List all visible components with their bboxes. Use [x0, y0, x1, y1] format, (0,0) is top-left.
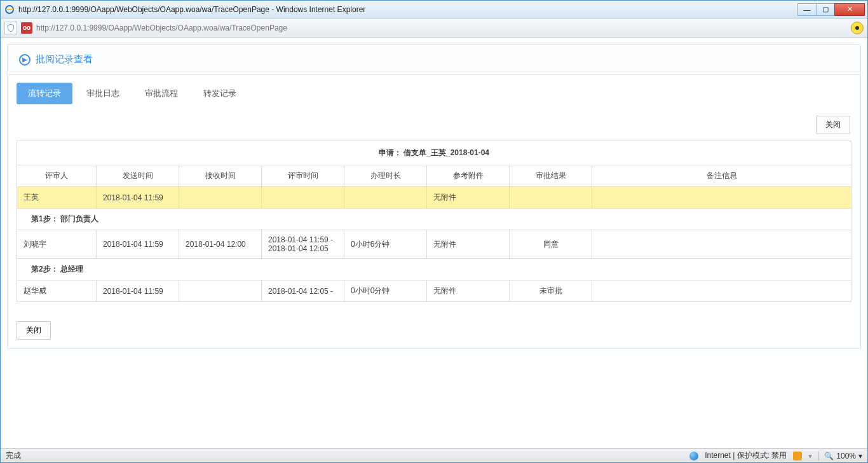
cell: [344, 187, 427, 209]
col-review-time: 评审时间: [262, 165, 344, 187]
actions-top: 关闭: [8, 111, 860, 141]
actions-bottom: 关闭: [8, 312, 860, 349]
favicon-icon: oo: [21, 22, 32, 34]
svg-point-1: [855, 26, 859, 30]
cell: 2018-01-04 11:59: [97, 280, 179, 302]
trace-table: 申请： 借支单_王英_2018-01-04 评审人 发送时间 接收时间 评审时间…: [17, 141, 851, 302]
step-label: 第2步： 总经理: [17, 259, 851, 280]
table-title: 申请： 借支单_王英_2018-01-04: [17, 141, 851, 165]
address-bar: oo http://127.0.0.1:9999/OAapp/WebObject…: [1, 18, 867, 38]
table-step-row: 第1步： 部门负责人: [17, 209, 851, 230]
titlebar: http://127.0.0.1:9999/OAapp/WebObjects/O…: [1, 1, 867, 18]
cell: [179, 187, 262, 209]
tab-bar: 流转记录 审批日志 审批流程 转发记录: [8, 75, 860, 111]
zoom-control[interactable]: 🔍 100% ▾: [818, 452, 862, 460]
cell: 无附件: [427, 230, 510, 259]
cell: [592, 280, 851, 302]
cell: 0小时0分钟: [344, 280, 427, 302]
tab-forward-record[interactable]: 转发记录: [192, 83, 248, 104]
page-title: 批阅记录查看: [36, 53, 93, 66]
minimize-button[interactable]: —: [797, 3, 817, 16]
status-right: Internet | 保护模式: 禁用 ▾ 🔍 100% ▾: [689, 450, 862, 461]
zoom-icon: 🔍: [824, 452, 834, 460]
protected-mode-icon[interactable]: [793, 452, 802, 460]
cell: 2018-01-04 11:59: [97, 230, 179, 259]
col-attachment: 参考附件: [427, 165, 510, 187]
col-duration: 办理时长: [344, 165, 427, 187]
cell: 无附件: [427, 280, 510, 302]
table-row: 赵华威2018-01-04 11:592018-01-04 12:05 -0小时…: [17, 280, 851, 302]
cell: [179, 280, 262, 302]
shield-icon[interactable]: [4, 22, 17, 34]
tab-approval-flow[interactable]: 审批流程: [133, 83, 189, 104]
close-button-top[interactable]: 关闭: [816, 116, 850, 134]
table-row: 王英2018-01-04 11:59无附件: [17, 187, 851, 209]
window-title: http://127.0.0.1:9999/OAapp/WebObjects/O…: [18, 5, 798, 14]
cell: 2018-01-04 11:59 - 2018-01-04 12:05: [262, 230, 344, 259]
cell: [510, 187, 592, 209]
cell: 王英: [17, 187, 97, 209]
table-body: 王英2018-01-04 11:59无附件第1步： 部门负责人刘晓宇2018-0…: [17, 187, 851, 302]
cell: [592, 187, 851, 209]
table-title-row: 申请： 借支单_王英_2018-01-04: [17, 141, 851, 165]
zoom-level: 100%: [836, 452, 856, 460]
close-button-bottom[interactable]: 关闭: [17, 321, 51, 340]
step-label: 第1步： 部门负责人: [17, 209, 851, 230]
col-remark: 备注信息: [592, 165, 851, 187]
cell: 同意: [510, 230, 592, 259]
close-window-button[interactable]: ✕: [834, 3, 865, 16]
separator: ▾: [808, 452, 812, 460]
cell: 未审批: [510, 280, 592, 302]
arrow-right-circle-icon: ▶: [19, 54, 31, 66]
col-result: 审批结果: [510, 165, 592, 187]
chevron-down-icon: ▾: [858, 452, 862, 460]
url-field[interactable]: http://127.0.0.1:9999/OAapp/WebObjects/O…: [36, 24, 851, 32]
cell: 2018-01-04 11:59: [97, 187, 179, 209]
security-zone: Internet | 保护模式: 禁用: [705, 450, 787, 461]
table-row: 刘晓宇2018-01-04 11:592018-01-04 12:002018-…: [17, 230, 851, 259]
cell: 刘晓宇: [17, 230, 97, 259]
tab-flow-record[interactable]: 流转记录: [17, 83, 72, 104]
globe-icon: [689, 452, 698, 460]
cell: 0小时6分钟: [344, 230, 427, 259]
cell: [592, 230, 851, 259]
addon-icon[interactable]: [851, 22, 864, 34]
cell: 2018-01-04 12:05 -: [262, 280, 344, 302]
col-reviewer: 评审人: [17, 165, 97, 187]
tab-approval-log[interactable]: 审批日志: [75, 83, 131, 104]
page-content: ▶ 批阅记录查看 流转记录 审批日志 审批流程 转发记录 关闭 申请： 借支单_…: [1, 38, 867, 448]
browser-window: http://127.0.0.1:9999/OAapp/WebObjects/O…: [0, 0, 868, 463]
col-receive-time: 接收时间: [179, 165, 262, 187]
cell: 赵华威: [17, 280, 97, 302]
table-header-row: 评审人 发送时间 接收时间 评审时间 办理时长 参考附件 审批结果 备注信息: [17, 165, 851, 187]
status-text: 完成: [6, 450, 689, 461]
table-step-row: 第2步： 总经理: [17, 259, 851, 280]
col-send-time: 发送时间: [97, 165, 179, 187]
cell: 2018-01-04 12:00: [179, 230, 262, 259]
panel-body: 流转记录 审批日志 审批流程 转发记录 关闭 申请： 借支单_王英_2018-0…: [7, 75, 861, 349]
window-controls: — ▢ ✕: [798, 3, 865, 16]
maximize-button[interactable]: ▢: [816, 3, 835, 16]
cell: [262, 187, 344, 209]
panel-header: ▶ 批阅记录查看: [7, 44, 861, 75]
ie-icon: [4, 4, 15, 15]
status-bar: 完成 Internet | 保护模式: 禁用 ▾ 🔍 100% ▾: [1, 448, 867, 462]
cell: 无附件: [427, 187, 510, 209]
trace-table-wrapper: 申请： 借支单_王英_2018-01-04 评审人 发送时间 接收时间 评审时间…: [8, 141, 860, 312]
